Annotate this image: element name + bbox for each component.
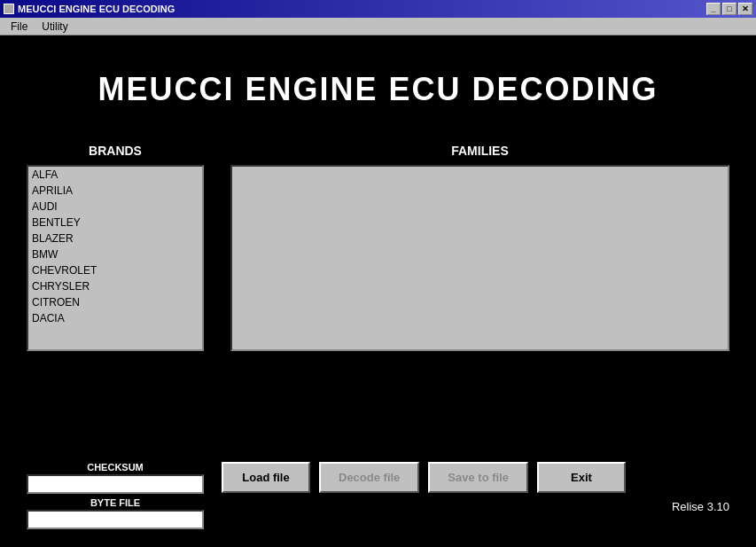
save-to-file-button[interactable]: Save to file — [428, 462, 528, 493]
bottom-section: CHECKSUM BYTE FILE Load file Decode file… — [27, 462, 729, 529]
title-bar-buttons[interactable]: _ □ ✕ — [706, 3, 752, 15]
app-title: MEUCCI ENGINE ECU DECODING — [27, 71, 729, 108]
list-item[interactable]: BENTLEY — [28, 215, 202, 231]
families-listbox[interactable] — [230, 165, 729, 351]
brands-panel: BRANDS ALFAAPRILIAAUDIBENTLEYBLAZERBMWCH… — [27, 144, 204, 448]
menu-file[interactable]: File — [4, 19, 35, 35]
brands-listbox[interactable]: ALFAAPRILIAAUDIBENTLEYBLAZERBMWCHEVROLET… — [27, 165, 204, 351]
app-icon — [4, 4, 14, 14]
list-item[interactable]: BLAZER — [28, 231, 202, 246]
families-panel: FAMILIES — [230, 144, 729, 448]
list-item[interactable]: CHRYSLER — [28, 278, 202, 294]
list-item[interactable]: AUDI — [28, 199, 202, 215]
title-bar-left: MEUCCI ENGINE ECU DECODING — [4, 4, 175, 14]
list-item[interactable]: CITROEN — [28, 294, 202, 310]
title-bar-text: MEUCCI ENGINE ECU DECODING — [18, 4, 175, 14]
checksum-label: CHECKSUM — [27, 462, 204, 473]
panels-row: BRANDS ALFAAPRILIAAUDIBENTLEYBLAZERBMWCH… — [27, 144, 729, 448]
close-button[interactable]: ✕ — [738, 3, 752, 15]
list-item[interactable]: BMW — [28, 246, 202, 262]
list-item[interactable]: ALFA — [28, 167, 202, 183]
title-bar: MEUCCI ENGINE ECU DECODING _ □ ✕ — [0, 0, 756, 18]
buttons-row: Load file Decode file Save to file Exit — [222, 462, 729, 496]
left-bottom: CHECKSUM BYTE FILE — [27, 462, 204, 529]
exit-button[interactable]: Exit — [537, 462, 626, 493]
load-file-button[interactable]: Load file — [222, 462, 310, 493]
bottom-right: Load file Decode file Save to file Exit … — [222, 462, 729, 513]
families-label: FAMILIES — [230, 144, 729, 158]
menu-bar: File Utility — [0, 18, 756, 35]
list-item[interactable]: DACIA — [28, 310, 202, 326]
brands-label: BRANDS — [27, 144, 204, 158]
decode-file-button[interactable]: Decode file — [319, 462, 419, 493]
byte-file-group: BYTE FILE — [27, 497, 204, 529]
main-content: MEUCCI ENGINE ECU DECODING BRANDS ALFAAP… — [0, 35, 756, 547]
list-item[interactable]: CHEVROLET — [28, 262, 202, 278]
menu-utility[interactable]: Utility — [35, 19, 74, 35]
minimize-button[interactable]: _ — [706, 3, 721, 15]
checksum-input[interactable] — [27, 474, 204, 494]
byte-file-label: BYTE FILE — [27, 497, 204, 508]
list-item[interactable]: APRILIA — [28, 183, 202, 199]
checksum-group: CHECKSUM — [27, 462, 204, 494]
maximize-button[interactable]: □ — [722, 3, 737, 15]
version-text: Relise 3.10 — [222, 500, 729, 513]
byte-file-input[interactable] — [27, 510, 204, 529]
